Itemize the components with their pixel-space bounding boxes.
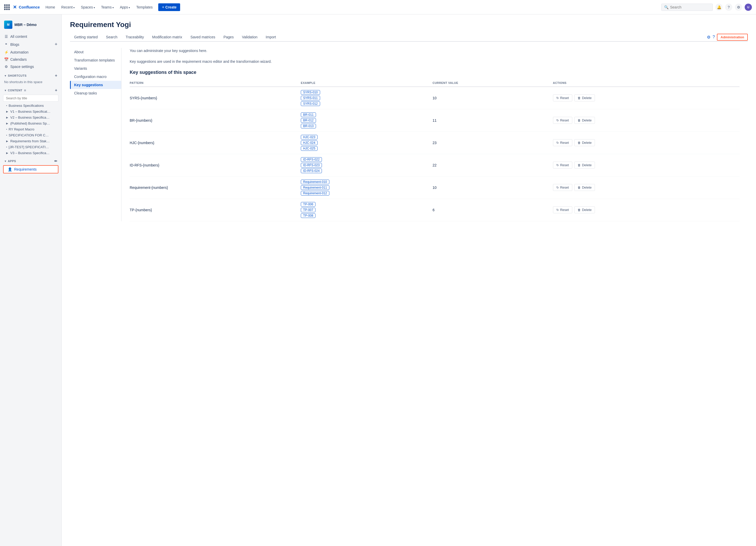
reset-button[interactable]: ↻Reset <box>553 162 572 169</box>
example-badge: BR-013 <box>301 124 316 128</box>
shortcuts-add-icon[interactable]: + <box>55 73 57 78</box>
reset-button[interactable]: ↻Reset <box>553 139 572 146</box>
content-filter-icon[interactable]: ≡ <box>24 88 26 92</box>
admin-item-transformation-templates[interactable]: Transformation templates <box>70 56 121 64</box>
nav-home[interactable]: Home <box>43 4 58 11</box>
admin-item-configuration-macro[interactable]: Configuration macro <box>70 73 121 81</box>
create-button[interactable]: Create <box>158 3 180 11</box>
search-input[interactable] <box>670 5 710 9</box>
col-header-actions: ACTIONS <box>553 79 740 87</box>
all-content-icon: ☰ <box>4 34 8 39</box>
content-search-input[interactable] <box>3 95 58 102</box>
content-item-label: V3 – Business Specifica… <box>10 151 49 155</box>
table-row: ID-RFS-{numbers}ID-RFS-022ID-RFS-023ID-R… <box>130 154 740 176</box>
tab-modification-matrix[interactable]: Modification matrix <box>148 33 186 41</box>
expand-icon: ▶ <box>6 140 8 143</box>
bullet-icon: • <box>6 104 7 107</box>
trash-icon: 🗑 <box>578 119 581 122</box>
content-section: ▼ CONTENT ≡ + <box>0 85 61 94</box>
gear-icon[interactable]: ⚙ <box>707 35 710 40</box>
tab-pages[interactable]: Pages <box>219 33 238 41</box>
content-item-0[interactable]: • Business Specifications <box>0 103 61 109</box>
reset-button[interactable]: ↻Reset <box>553 94 572 101</box>
example-cell: TP-006TP-007TP-008 <box>301 199 433 221</box>
user-avatar[interactable]: U <box>745 4 752 11</box>
blogs-add-icon[interactable]: + <box>55 42 57 47</box>
bullet-icon: • <box>6 128 7 131</box>
settings-button[interactable]: ⚙ <box>735 4 742 11</box>
apps-requirements-item[interactable]: 👤 Requirements <box>3 165 58 173</box>
content-toggle[interactable]: ▼ <box>4 89 7 92</box>
nav-teams[interactable]: Teams <box>99 4 116 11</box>
pattern-cell: Requirement-{numbers} <box>130 176 301 199</box>
content-item-6[interactable]: ▶ Requirements from Stak… <box>0 138 61 144</box>
content-item-2[interactable]: ▶ V2 – Business Specifica… <box>0 115 61 120</box>
reset-button[interactable]: ↻Reset <box>553 206 572 213</box>
content-item-3[interactable]: ▶ (Published) Business Sp… <box>0 120 61 126</box>
content-item-1[interactable]: ▶ V1 – Business Specificat… <box>0 109 61 115</box>
nav-apps[interactable]: Apps <box>117 4 133 11</box>
sidebar-item-automation[interactable]: ⚡ Automation <box>0 49 61 56</box>
key-suggestions-table: PATTERN EXAMPLE CURRENT VALUE ACTIONS SY… <box>130 79 740 221</box>
sidebar-item-all-content[interactable]: ☰ All content <box>0 33 61 40</box>
admin-item-about[interactable]: About <box>70 48 121 56</box>
content-item-4[interactable]: • RY Report Macro <box>0 126 61 132</box>
logo[interactable]: ✕ Confluence <box>4 4 40 10</box>
tab-validation[interactable]: Validation <box>238 33 261 41</box>
admin-sidebar: About Transformation templates Variants … <box>70 48 121 221</box>
content-add-icon[interactable]: + <box>55 88 57 93</box>
tabs-right: ⚙ ? Administration <box>707 34 748 41</box>
example-badge: Requirement-011 <box>301 185 329 190</box>
pattern-cell: SYRS-{numbers} <box>130 87 301 109</box>
table-row: Requirement-{numbers}Requirement-010Requ… <box>130 176 740 199</box>
content-item-8[interactable]: ▶ V3 – Business Specifica… <box>0 150 61 156</box>
tab-administration-button[interactable]: Administration <box>717 34 748 41</box>
tab-getting-started[interactable]: Getting started <box>70 33 102 41</box>
col-header-pattern: PATTERN <box>130 79 301 87</box>
tab-search[interactable]: Search <box>102 33 121 41</box>
tab-traceability[interactable]: Traceability <box>121 33 148 41</box>
content-search[interactable] <box>3 95 58 102</box>
delete-button[interactable]: 🗑Delete <box>574 117 595 124</box>
logo-text: Confluence <box>19 5 40 9</box>
sidebar-item-blogs[interactable]: ❝ Blogs + <box>0 40 61 49</box>
actions-cell: ↻Reset🗑Delete <box>553 131 740 154</box>
content-item-label: SPECIFICATION FOR C… <box>9 133 49 137</box>
delete-button[interactable]: 🗑Delete <box>574 94 595 101</box>
expand-icon: ▶ <box>6 152 8 154</box>
sidebar-item-space-settings[interactable]: ⚙ Space settings <box>0 63 61 70</box>
trash-icon: 🗑 <box>578 208 581 212</box>
apps-edit-icon[interactable]: ✏ <box>54 159 58 163</box>
reset-button[interactable]: ↻Reset <box>553 184 572 191</box>
shortcuts-toggle[interactable]: ▼ <box>4 74 7 77</box>
delete-button[interactable]: 🗑Delete <box>574 162 595 169</box>
tab-saved-matrices[interactable]: Saved matrices <box>186 33 219 41</box>
tab-import[interactable]: Import <box>262 33 280 41</box>
sidebar-item-calendars[interactable]: 📅 Calendars <box>0 56 61 63</box>
example-badge: ID-RFS-022 <box>301 157 322 162</box>
content-item-5[interactable]: • SPECIFICATION FOR C… <box>0 132 61 138</box>
reset-button[interactable]: ↻Reset <box>553 117 572 124</box>
delete-button[interactable]: 🗑Delete <box>574 139 595 146</box>
search-icon: 🔍 <box>664 5 669 9</box>
search-box[interactable]: 🔍 <box>661 4 713 11</box>
nav-spaces[interactable]: Spaces <box>78 4 97 11</box>
table-row: TP-{numbers}TP-006TP-007TP-0086↻Reset🗑De… <box>130 199 740 221</box>
actions-cell: ↻Reset🗑Delete <box>553 87 740 109</box>
help-tab-icon[interactable]: ? <box>713 35 715 39</box>
content-desc-2: Key suggestions are used in the requirem… <box>130 59 740 64</box>
admin-item-cleanup-tasks[interactable]: Cleanup tasks <box>70 89 121 97</box>
admin-item-key-suggestions[interactable]: Key suggestions <box>70 81 121 89</box>
nav-templates[interactable]: Templates <box>134 4 155 11</box>
example-badge: BR-012 <box>301 118 316 123</box>
top-navigation: Getting started Home Recent Spaces Teams… <box>43 4 155 11</box>
delete-button[interactable]: 🗑Delete <box>574 184 595 191</box>
notifications-button[interactable]: 🔔 <box>715 4 723 11</box>
delete-button[interactable]: 🗑Delete <box>574 206 595 213</box>
nav-recent[interactable]: Recent <box>59 4 77 11</box>
help-button[interactable]: ? <box>725 4 732 11</box>
shortcuts-section: ▼ SHORTCUTS + <box>0 70 61 79</box>
admin-item-variants[interactable]: Variants <box>70 64 121 73</box>
content-item-7[interactable]: • [JR-TEST] SPECIFICATI… <box>0 144 61 150</box>
apps-toggle[interactable]: ▼ <box>4 160 7 163</box>
